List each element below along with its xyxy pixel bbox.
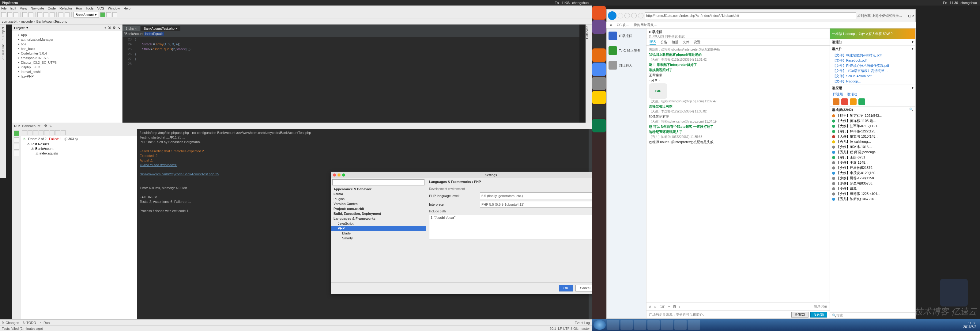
launcher-app-icon[interactable] xyxy=(592,91,606,104)
test-root[interactable]: ⚠ Test Results xyxy=(21,142,137,147)
nav-langs[interactable]: Languages & Frameworks xyxy=(331,216,426,221)
menu-view[interactable]: View xyxy=(20,6,27,10)
member-item[interactable]: 【少侠】王鑫-1645… xyxy=(830,160,915,165)
tab-database[interactable]: Database xyxy=(585,24,589,40)
save-icon[interactable] xyxy=(7,12,12,17)
tab-run[interactable]: 4: Run xyxy=(40,321,49,325)
code-area[interactable]: { $stack = array(1, 2, 3, 4); $this->ass… xyxy=(135,37,191,61)
collapse-icon[interactable] xyxy=(44,130,49,135)
cut-icon[interactable] xyxy=(37,12,42,17)
member-list[interactable]: 【群主】₪ 万仁男-1021(543…【大侠】黄祥标-1105-选…【大侠】驻军… xyxy=(830,113,915,312)
back-icon[interactable] xyxy=(59,12,64,17)
rerun-icon[interactable] xyxy=(14,131,19,136)
tree-item[interactable]: ▸ lazyPHP xyxy=(12,74,122,78)
prev-fail-icon[interactable] xyxy=(49,130,54,135)
stop-icon[interactable] xyxy=(14,137,19,143)
panel-members[interactable]: 群成员(32/42)🔍 xyxy=(830,107,915,113)
chat-scroller[interactable]: 陈新良：@程师 ubuntu 的interpreter怎么配都是失败我说网上教程… xyxy=(646,46,830,302)
conv-item[interactable]: To C 线上服务 xyxy=(607,45,646,56)
undo-icon[interactable] xyxy=(22,12,27,17)
paste-icon[interactable] xyxy=(49,12,54,17)
tree-item[interactable]: ▸ laravel_ceshi xyxy=(12,69,122,74)
git-branch[interactable]: Git: master xyxy=(573,327,590,330)
file-link[interactable]: 【文件】Solr.in.Action.pdf xyxy=(833,74,913,79)
close-button[interactable]: 关闭(C) xyxy=(791,312,808,318)
member-item[interactable]: 【少侠】田博伟-1225 <104… xyxy=(830,191,915,197)
member-item[interactable]: 【掌门】林伟伟-1222(125… xyxy=(830,129,915,134)
tab-project[interactable]: 1: Project xyxy=(2,26,5,41)
filter-ignored-icon[interactable] xyxy=(27,130,32,135)
tab-files[interactable]: 文件 xyxy=(682,40,689,45)
conv-item[interactable]: IT早报群 xyxy=(607,30,646,42)
member-item[interactable]: 【少侠】贾尊-1228(1158… xyxy=(830,176,915,181)
emoji-icon[interactable]: ☺ xyxy=(654,305,657,309)
nav-php[interactable]: PHP xyxy=(331,226,426,231)
task-app-icon[interactable] xyxy=(661,320,673,330)
launcher-dash-icon[interactable] xyxy=(592,6,606,19)
nav-appearance[interactable]: Appearance & Behavior xyxy=(331,187,426,192)
task-sogou-icon[interactable] xyxy=(648,320,660,330)
launcher-firefox-icon[interactable] xyxy=(592,48,606,62)
task-explorer-icon[interactable] xyxy=(607,320,619,330)
crumb-dir[interactable]: mycode xyxy=(21,19,33,23)
user-indicator[interactable]: chengshuo xyxy=(960,1,977,5)
add-fav[interactable]: 加到收藏 xyxy=(857,13,871,18)
expand-icon[interactable] xyxy=(38,130,43,135)
tab-item[interactable]: 搜狗网址导航… xyxy=(634,23,657,27)
tab-chat[interactable]: 聊天 xyxy=(649,39,656,45)
menu-file[interactable]: File xyxy=(1,6,7,10)
gif-icon[interactable]: GIF xyxy=(660,305,665,309)
ok-button[interactable]: OK xyxy=(559,285,573,291)
test-leaf[interactable]: ⚠ indexEquals xyxy=(21,151,137,156)
app-video[interactable]: 群视频 xyxy=(833,92,843,96)
url-bar[interactable]: http://home.51cto.com/index.php?s=/Index… xyxy=(645,12,856,19)
image-icon[interactable]: 🖼 xyxy=(673,305,676,309)
member-item[interactable]: 【大侠】黄祥标-1105-选… xyxy=(830,118,915,123)
member-item[interactable]: 【大侠】董文增-1010(145… xyxy=(830,134,915,139)
app-icon[interactable] xyxy=(833,98,840,105)
lang-indicator[interactable]: En xyxy=(555,1,558,5)
close-icon[interactable] xyxy=(14,151,19,156)
nav-blade[interactable]: Blade xyxy=(331,231,426,236)
panel-files[interactable]: 群文件▾ xyxy=(830,46,915,52)
tab-album[interactable]: 相册 xyxy=(671,40,678,45)
redo-icon[interactable] xyxy=(29,12,33,17)
sogou-logo-icon[interactable] xyxy=(608,11,616,20)
tree-item[interactable]: ▸ crossphp-full-1.5.5 xyxy=(12,56,122,60)
event-log[interactable]: Event Log xyxy=(574,321,590,325)
member-item[interactable]: 【少侠】旺昌敏(521579… xyxy=(830,165,915,170)
lang-indicator[interactable]: En xyxy=(943,1,947,5)
editor-tab[interactable]: 1.php × xyxy=(123,26,140,31)
hide-icon[interactable]: ↘ xyxy=(118,26,120,30)
member-item[interactable]: 【群主】₪ 万仁男-1021(543… xyxy=(830,113,915,118)
nav-vcs[interactable]: Version Control xyxy=(331,201,426,206)
nav-js[interactable]: JavaScript xyxy=(331,221,426,226)
reload-icon[interactable] xyxy=(631,13,637,18)
gear-icon[interactable]: ⚙ xyxy=(113,26,116,30)
settings-search[interactable] xyxy=(332,179,425,185)
ad-banner[interactable]: 一样做 Hadoop，为什么有人年薪 50W ? xyxy=(830,29,915,39)
menu-refactor[interactable]: Refactor xyxy=(59,6,72,10)
crumb-project[interactable]: com.carbit xyxy=(2,19,18,23)
launcher-terminal-icon[interactable] xyxy=(592,34,606,48)
menu-tools[interactable]: Tools xyxy=(86,6,94,10)
history-link[interactable]: 消息记录 xyxy=(814,304,827,309)
tree-item[interactable]: ▸ bbs xyxy=(12,42,122,46)
maximize-icon[interactable] xyxy=(342,173,345,176)
maximize-icon[interactable]: ▢ xyxy=(908,14,911,18)
member-item[interactable]: 【秀儿】陈新良(1067220… xyxy=(830,197,915,201)
panel-notice[interactable]: 群通知▾ xyxy=(830,39,915,45)
launcher-app-icon[interactable] xyxy=(592,119,606,133)
file-link[interactable]: 【文件】Hadoop… xyxy=(833,79,913,84)
send-button[interactable]: 发送(S) xyxy=(810,312,827,318)
close-icon[interactable] xyxy=(333,173,336,176)
tree-item[interactable]: ▸ authorizationManager xyxy=(12,37,122,42)
hide-icon[interactable]: ↘ xyxy=(49,124,52,128)
tab-structure[interactable]: 7: Structure xyxy=(2,43,5,61)
copy-icon[interactable] xyxy=(43,12,48,17)
start-button[interactable] xyxy=(593,320,606,330)
screenshot-icon[interactable]: ✂ xyxy=(668,305,670,309)
launcher-sogou-icon[interactable] xyxy=(592,77,606,90)
launcher-chrome-icon[interactable] xyxy=(592,62,606,76)
tab-announce[interactable]: 公告 xyxy=(660,40,667,45)
